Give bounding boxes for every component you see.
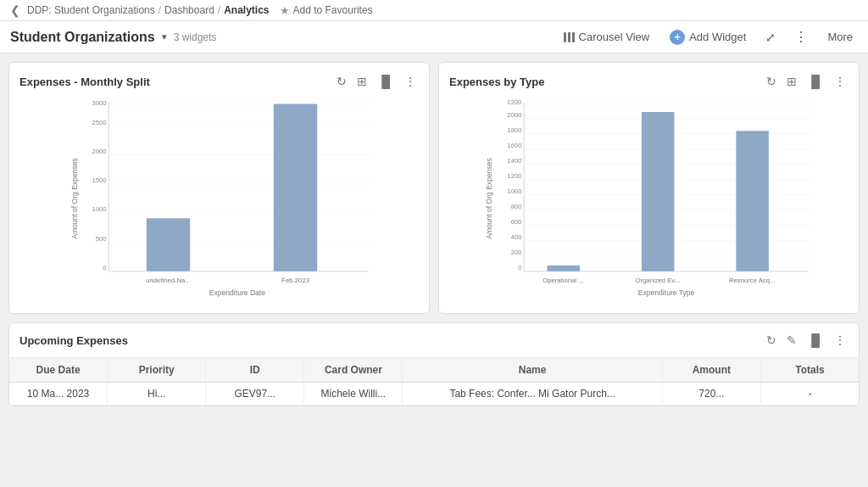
chart2-columns-icon[interactable]: ▐▌ <box>804 73 826 90</box>
chart1-svg: Amount of Org Expenses 0 500 1000 1500 2… <box>19 97 419 300</box>
upcoming-refresh-icon[interactable]: ↻ <box>764 332 779 349</box>
svg-text:3000: 3000 <box>92 99 107 107</box>
svg-text:1000: 1000 <box>507 188 521 195</box>
upcoming-edit-icon[interactable]: ✎ <box>784 332 799 349</box>
chart2-actions: ↻ ⊞ ▐▌ ⋮ <box>764 73 849 90</box>
svg-text:0: 0 <box>103 264 106 271</box>
chart1-more-icon[interactable]: ⋮ <box>402 73 419 90</box>
chart2-svg-wrapper: Amount of Org Expenses 0 200 400 600 800… <box>449 97 849 303</box>
carousel-view-btn[interactable]: Carousel View <box>559 28 655 46</box>
cell-name: Tab Fees: Confer... Mi Gator Purch... <box>403 383 662 405</box>
breadcrumb-dashboard[interactable]: Dashboard <box>164 4 214 16</box>
cell-totals: - <box>761 383 859 405</box>
col-due-date: Due Date <box>9 358 108 382</box>
chart2-title: Expenses by Type <box>449 76 544 88</box>
svg-text:0: 0 <box>518 264 521 271</box>
chart1-bar-1 <box>147 218 190 271</box>
page-header: Student Organizations ▾ 3 widgets Carous… <box>0 21 868 53</box>
upcoming-expenses-widget: Upcoming Expenses ↻ ✎ ▐▌ ⋮ Due Date Prio… <box>8 322 860 406</box>
svg-text:600: 600 <box>511 218 522 226</box>
upcoming-columns-icon[interactable]: ▐▌ <box>804 332 826 349</box>
carousel-view-icon <box>564 32 575 42</box>
add-widget-icon: + <box>670 30 685 45</box>
svg-text:1000: 1000 <box>92 205 107 213</box>
cell-card-owner: Michele Willi... <box>304 383 403 405</box>
more-options-icon[interactable]: ⋮ <box>790 26 812 48</box>
carousel-view-label: Carousel View <box>579 31 650 43</box>
more-label[interactable]: More <box>822 28 858 46</box>
chart1-refresh-icon[interactable]: ↻ <box>334 73 349 90</box>
svg-text:200: 200 <box>511 249 522 256</box>
svg-text:1200: 1200 <box>507 172 521 180</box>
svg-text:2000: 2000 <box>92 148 107 155</box>
col-id: ID <box>206 358 304 382</box>
chart2-bar-1 <box>548 266 581 271</box>
separator-2: / <box>218 4 220 16</box>
svg-text:Organized Ev...: Organized Ev... <box>636 277 681 284</box>
svg-text:undefined-Na...: undefined-Na... <box>146 277 191 284</box>
charts-row: Expenses - Monthly Split ↻ ⊞ ▐▌ ⋮ Amount… <box>8 62 860 314</box>
chart2-bar-2 <box>642 112 675 271</box>
page-title: Student Organizations <box>10 30 155 45</box>
header-right: Carousel View + Add Widget ⤢ ⋮ More <box>559 26 858 48</box>
chart1-widget: Expenses - Monthly Split ↻ ⊞ ▐▌ ⋮ Amount… <box>8 62 430 314</box>
svg-text:500: 500 <box>96 235 107 243</box>
header-left: Student Organizations ▾ 3 widgets <box>10 30 216 45</box>
chart2-table-icon[interactable]: ⊞ <box>784 73 799 90</box>
svg-text:2000: 2000 <box>507 111 521 119</box>
chart1-header: Expenses - Monthly Split ↻ ⊞ ▐▌ ⋮ <box>19 73 419 90</box>
svg-text:Expenditure Type: Expenditure Type <box>638 288 695 297</box>
breadcrumb-bar: ❮ DDP: Student Organizations / Dashboard… <box>0 0 868 21</box>
add-to-favourites-btn[interactable]: Add to Favourites <box>293 4 373 16</box>
chart1-title: Expenses - Monthly Split <box>19 76 150 88</box>
add-widget-label: Add Widget <box>689 31 746 43</box>
svg-text:1500: 1500 <box>92 176 107 184</box>
add-widget-btn[interactable]: + Add Widget <box>665 27 751 48</box>
chart2-widget: Expenses by Type ↻ ⊞ ▐▌ ⋮ Amount of Org … <box>438 62 860 314</box>
chart1-svg-wrapper: Amount of Org Expenses 0 500 1000 1500 2… <box>19 97 419 303</box>
svg-text:Operational ...: Operational ... <box>542 277 583 284</box>
star-icon[interactable]: ★ <box>280 4 290 17</box>
upcoming-expenses-header: Upcoming Expenses ↻ ✎ ▐▌ ⋮ <box>9 323 859 358</box>
svg-text:400: 400 <box>511 233 522 241</box>
chart2-header: Expenses by Type ↻ ⊞ ▐▌ ⋮ <box>449 73 849 90</box>
svg-text:2200: 2200 <box>507 98 521 106</box>
breadcrumb-analytics: Analytics <box>224 4 269 16</box>
col-totals: Totals <box>761 358 859 382</box>
svg-text:1400: 1400 <box>507 157 521 165</box>
upcoming-expenses-title: Upcoming Expenses <box>19 334 128 347</box>
cell-priority: Hi... <box>108 383 206 405</box>
chart1-bar-2 <box>274 104 317 271</box>
nav-back-arrow[interactable]: ❮ <box>10 3 20 17</box>
title-dropdown-arrow[interactable]: ▾ <box>162 31 167 42</box>
widget-count: 3 widgets <box>174 31 217 43</box>
svg-text:2500: 2500 <box>92 119 107 126</box>
chart2-more-icon[interactable]: ⋮ <box>832 73 849 90</box>
svg-text:Amount of Org Expenses: Amount of Org Expenses <box>70 158 78 239</box>
svg-text:Amount of Org Expenses: Amount of Org Expenses <box>485 158 493 239</box>
svg-text:Expenditure Date: Expenditure Date <box>209 288 265 297</box>
chart2-bar-3 <box>736 131 769 271</box>
col-name: Name <box>403 358 662 382</box>
main-content: Expenses - Monthly Split ↻ ⊞ ▐▌ ⋮ Amount… <box>0 53 868 487</box>
table-row[interactable]: 10 Ma... 2023 Hi... GEV97... Michele Wil… <box>9 383 859 406</box>
chart1-columns-icon[interactable]: ▐▌ <box>375 73 397 90</box>
upcoming-expenses-actions: ↻ ✎ ▐▌ ⋮ <box>764 332 849 349</box>
chart1-actions: ↻ ⊞ ▐▌ ⋮ <box>334 73 419 90</box>
col-card-owner: Card Owner <box>304 358 403 382</box>
cell-due-date: 10 Ma... 2023 <box>9 383 108 405</box>
svg-text:1600: 1600 <box>507 142 521 149</box>
cell-amount: 720... <box>663 383 761 405</box>
expand-icon[interactable]: ⤢ <box>761 28 780 47</box>
col-amount: Amount <box>663 358 761 382</box>
upcoming-more-icon[interactable]: ⋮ <box>832 332 849 349</box>
cell-id: GEV97... <box>206 383 304 405</box>
table-header: Due Date Priority ID Card Owner Name Amo… <box>9 358 859 383</box>
breadcrumb-ddp[interactable]: DDP: Student Organizations <box>27 4 155 16</box>
chart2-refresh-icon[interactable]: ↻ <box>764 73 779 90</box>
svg-text:1800: 1800 <box>507 126 521 134</box>
chart2-svg: Amount of Org Expenses 0 200 400 600 800… <box>449 97 849 300</box>
col-priority: Priority <box>108 358 206 382</box>
chart1-table-icon[interactable]: ⊞ <box>354 73 370 90</box>
separator-1: / <box>159 4 161 16</box>
